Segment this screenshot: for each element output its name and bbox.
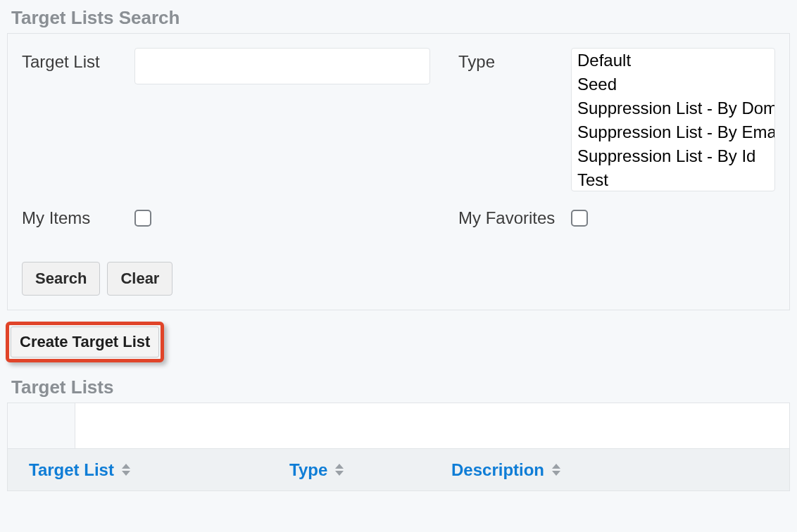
my-items-checkbox[interactable] [134,210,151,227]
col-header-target-list[interactable]: Target List [29,460,289,480]
my-items-label: My Items [22,208,134,228]
sort-icon [334,464,344,476]
type-option[interactable]: Test [572,168,774,191]
my-favorites-checkbox[interactable] [571,210,588,227]
svg-marker-5 [552,471,560,476]
svg-marker-2 [335,464,344,469]
type-option[interactable]: Suppression List - By Id [572,144,774,168]
type-option[interactable]: Suppression List - By Domain [572,96,774,120]
search-button[interactable]: Search [22,262,100,296]
type-select[interactable]: DefaultSeedSuppression List - By DomainS… [571,48,775,191]
list-toolbar [7,403,790,449]
clear-button[interactable]: Clear [107,262,172,296]
svg-marker-1 [122,471,130,476]
svg-marker-0 [122,464,130,469]
search-section-title: Target Lists Search [0,0,797,33]
svg-marker-3 [335,471,344,476]
list-toolbar-right [75,403,789,448]
list-toolbar-left [8,403,75,448]
target-list-input[interactable] [134,48,430,84]
list-section-title: Target Lists [0,369,797,403]
type-option[interactable]: Seed [572,72,774,96]
col-header-type[interactable]: Type [289,460,451,480]
list-area: Target List Type Description [7,403,790,491]
col-header-target-list-label: Target List [29,460,114,480]
type-option[interactable]: Default [572,49,774,72]
create-target-list-button[interactable]: Create Target List [11,327,159,357]
list-header-row: Target List Type Description [7,449,790,491]
checkbox-row: My Items My Favorites [22,208,775,228]
type-option[interactable]: Suppression List - By Email [572,120,774,144]
sort-icon [121,464,131,476]
search-panel: Target List Type DefaultSeedSuppression … [7,33,790,310]
svg-marker-4 [552,464,560,469]
sort-icon [551,464,561,476]
col-header-type-label: Type [289,460,327,480]
col-header-description[interactable]: Description [451,460,789,480]
search-button-row: Search Clear [22,262,775,296]
col-header-description-label: Description [451,460,544,480]
create-target-list-highlight: Create Target List [6,322,164,362]
target-list-label: Target List [22,48,134,72]
my-favorites-label: My Favorites [458,208,571,228]
type-label: Type [458,48,571,72]
search-row-1: Target List Type DefaultSeedSuppression … [22,48,775,191]
